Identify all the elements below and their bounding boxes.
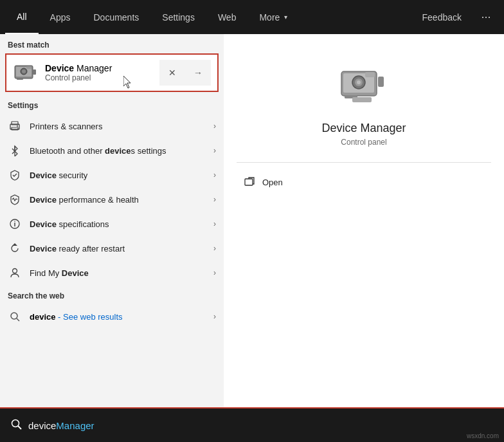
web-search-label: device - See web results (30, 312, 123, 322)
svg-point-28 (12, 420, 19, 427)
open-action[interactable]: Open (237, 170, 491, 194)
printers-label: Printers & scanners (30, 122, 213, 131)
shield-icon (8, 168, 22, 182)
list-item-device-security[interactable]: Device security › (0, 163, 224, 187)
svg-rect-6 (17, 78, 23, 80)
top-navigation: All Apps Documents Settings Web More ▾ F… (0, 0, 504, 34)
svg-point-22 (357, 80, 361, 84)
bluetooth-icon (8, 143, 22, 158)
svg-rect-26 (352, 97, 372, 102)
person-icon (8, 266, 22, 280)
device-performance-label: Device performance & health (30, 195, 213, 205)
best-match-text: Device Manager Control panel (45, 63, 159, 82)
divider (237, 162, 491, 163)
svg-line-17 (17, 318, 19, 321)
web-section-label: Search the web (0, 285, 224, 304)
chevron-down-icon: ▾ (284, 14, 287, 21)
find-device-label: Find My Device (30, 268, 213, 278)
tab-web[interactable]: Web (206, 0, 248, 34)
search-bar: device Manager (0, 407, 504, 442)
arrow-right-icon: → (194, 68, 203, 78)
web-chevron-icon: › (213, 312, 216, 321)
tab-documents[interactable]: Documents (82, 0, 150, 34)
app-title: Device Manager (321, 122, 406, 135)
refresh-icon (8, 241, 22, 255)
tab-more[interactable]: More ▾ (248, 0, 299, 34)
watermark: wsxdn.com (467, 432, 499, 439)
app-icon-large (338, 60, 390, 111)
svg-marker-14 (12, 243, 17, 246)
tab-apps[interactable]: Apps (39, 0, 82, 34)
shield-health-icon (8, 192, 22, 207)
svg-line-29 (18, 426, 21, 429)
bluetooth-label: Bluetooth and other devices settings (30, 146, 213, 156)
chevron-right-icon: › (213, 219, 216, 228)
best-match-actions: ✕ → (159, 60, 211, 86)
device-specifications-label: Device specifications (30, 219, 213, 229)
svg-point-3 (22, 69, 26, 73)
chevron-right-icon: › (213, 170, 216, 180)
chevron-right-icon: › (213, 268, 216, 277)
svg-rect-23 (365, 72, 375, 77)
close-result-button[interactable]: ✕ (159, 60, 185, 86)
main-area: Best match Device Manager Co (0, 34, 504, 407)
svg-rect-4 (26, 66, 32, 69)
open-icon (242, 174, 257, 190)
search-input-area[interactable]: device Manager (28, 420, 494, 431)
list-item-device-specifications[interactable]: Device specifications › (0, 212, 224, 236)
tab-all[interactable]: All (5, 0, 39, 34)
list-item-bluetooth[interactable]: Bluetooth and other devices settings › (0, 138, 224, 163)
device-manager-icon (13, 60, 39, 86)
best-match-label: Best match (0, 34, 224, 53)
list-item-device-performance[interactable]: Device performance & health › (0, 187, 224, 212)
search-icon (8, 309, 22, 324)
info-icon (8, 217, 22, 231)
search-text-normal: device (28, 420, 56, 431)
feedback-button[interactable]: Feedback (411, 0, 473, 34)
close-icon: ✕ (168, 68, 176, 78)
chevron-right-icon: › (213, 122, 216, 131)
svg-rect-5 (33, 69, 36, 75)
open-label: Open (262, 178, 283, 187)
settings-section-label: Settings (0, 95, 224, 114)
printer-icon (8, 119, 22, 133)
svg-point-15 (13, 269, 17, 273)
app-subtitle: Control panel (341, 138, 386, 147)
svg-point-16 (11, 313, 17, 319)
list-item-device-restart[interactable]: Device ready after restart › (0, 236, 224, 261)
left-panel: Best match Device Manager Co (0, 34, 224, 407)
list-item-printers[interactable]: Printers & scanners › (0, 114, 224, 138)
svg-point-13 (14, 221, 15, 222)
more-options-button[interactable]: ··· (473, 0, 499, 34)
device-restart-label: Device ready after restart (30, 244, 213, 253)
tab-settings[interactable]: Settings (150, 0, 206, 34)
best-match-subtitle: Control panel (45, 73, 159, 82)
best-match-title: Device Manager (45, 63, 159, 73)
svg-point-10 (17, 125, 18, 127)
open-result-button[interactable]: → (185, 60, 211, 86)
svg-rect-27 (245, 179, 253, 185)
list-item-find-device[interactable]: Find My Device › (0, 261, 224, 285)
web-search-item[interactable]: device - See web results › (0, 304, 224, 329)
search-text-highlight: Manager (56, 420, 94, 431)
device-security-label: Device security (30, 170, 213, 180)
best-match-device-manager[interactable]: Device Manager Control panel ✕ → (5, 53, 219, 92)
chevron-right-icon: › (213, 195, 216, 204)
right-panel: Device Manager Control panel Open (224, 34, 504, 407)
chevron-right-icon: › (213, 146, 216, 155)
search-bar-icon (10, 418, 22, 432)
chevron-right-icon: › (213, 244, 216, 253)
svg-rect-24 (378, 77, 384, 87)
